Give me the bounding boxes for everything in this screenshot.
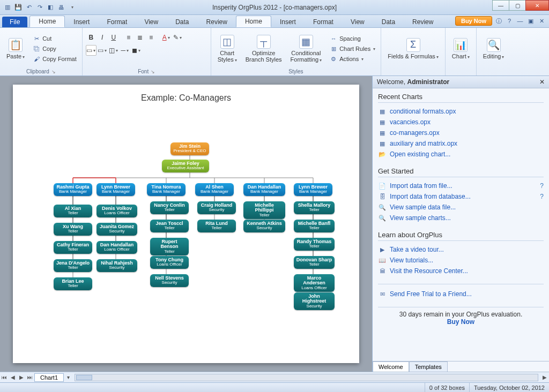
menu-icon[interactable]: ▥ <box>3 3 12 12</box>
org-node[interactable]: Brian LeeTeller <box>54 277 92 290</box>
line-style-button[interactable]: ─ <box>120 45 130 56</box>
send-trial-link[interactable]: ✉Send Free Trial to a Friend... <box>378 289 544 299</box>
help-icon[interactable]: ? <box>505 17 514 25</box>
chart-styles-button[interactable]: ◫ChartStyles <box>214 34 240 64</box>
minimize-button[interactable]: — <box>492 0 509 11</box>
org-node[interactable]: Marco AndersenLoans Officer <box>294 274 335 292</box>
get-started-link[interactable]: 🔍View sample charts... <box>378 213 544 223</box>
close-button[interactable]: ✕ <box>525 0 549 11</box>
info-icon[interactable]: ⓘ <box>494 17 503 25</box>
sheet-first-button[interactable]: ⏮ <box>0 374 9 380</box>
scroll-right-button[interactable]: ▶ <box>540 374 549 380</box>
tab-review[interactable]: Review <box>198 17 236 27</box>
horizontal-scrollbar[interactable] <box>75 374 538 381</box>
sheet-last-button[interactable]: ⏭ <box>26 374 34 380</box>
org-node[interactable]: Craig HollandSecurity <box>197 201 236 214</box>
org-node[interactable]: Tina NomuraBank Manager <box>147 183 186 196</box>
optimize-branch-button[interactable]: ┬OptimizeBranch Styles <box>242 34 285 64</box>
org-node[interactable]: Jena D'AngeloTeller <box>54 259 92 272</box>
get-started-link[interactable]: 🗄Import data from database...? <box>378 191 544 202</box>
learn-link[interactable]: ▶Take a video tour... <box>378 244 544 255</box>
learn-link[interactable]: 🏛Visit the Resource Center... <box>378 266 544 276</box>
mdi-restore-icon[interactable]: ▣ <box>526 17 535 25</box>
org-node[interactable]: Juanita GomezSecurity <box>97 223 137 236</box>
fields-formulas-button[interactable]: ΣFields & Formulas <box>384 37 442 61</box>
org-node[interactable]: Nell StevensSecurity <box>150 274 189 287</box>
clipboard-launcher[interactable]: ↘ <box>51 69 56 74</box>
tab-insert[interactable]: Insert <box>271 17 305 27</box>
copy-button[interactable]: ⿻Copy <box>30 44 79 54</box>
qat-more-icon[interactable] <box>68 3 76 12</box>
tab-view[interactable]: View <box>136 17 167 27</box>
panel-close-icon[interactable]: ✕ <box>539 78 545 86</box>
help-icon[interactable]: ? <box>540 182 544 190</box>
chart-rules-button[interactable]: ⊞Chart Rules <box>327 44 377 54</box>
recent-chart-link[interactable]: ▦conditional formats.opx <box>378 106 544 117</box>
bold-button[interactable]: B <box>86 32 97 43</box>
org-node[interactable]: Jean ToscclTeller <box>150 220 189 232</box>
org-node[interactable]: Jaime FoleyExecutive Assistant <box>162 160 209 172</box>
undo-icon[interactable]: ↶ <box>25 3 33 12</box>
get-started-link[interactable]: 📄Import data from file...? <box>378 180 544 191</box>
tab-review[interactable]: Review <box>404 17 442 27</box>
org-node[interactable]: John HighstreetSecurity <box>294 292 335 310</box>
italic-button[interactable]: I <box>97 32 108 43</box>
org-node[interactable]: Dan HandallanBank Manager <box>243 183 285 196</box>
print-icon[interactable]: 🖶 <box>57 3 65 12</box>
sheet-next-button[interactable]: ▶ <box>17 374 26 380</box>
eval-buy-now-link[interactable]: Buy Now <box>447 318 474 326</box>
sheet-prev-button[interactable]: ◀ <box>9 374 17 380</box>
font-launcher[interactable]: ↘ <box>151 69 155 74</box>
actions-button[interactable]: ⚙Actions <box>327 54 377 64</box>
org-node[interactable]: Al XianTeller <box>54 205 92 217</box>
save-icon[interactable]: 💾 <box>14 3 23 12</box>
tab-data[interactable]: Data <box>373 17 404 27</box>
org-node[interactable]: Randy ThomasTeller <box>294 238 335 251</box>
tab-home[interactable]: Home <box>236 16 271 27</box>
recent-chart-link[interactable]: ▦auxiliary and matrix.opx <box>378 138 544 149</box>
org-node[interactable]: Tony ChungLoans Officer <box>150 256 189 269</box>
tab-home[interactable]: Home <box>29 16 65 27</box>
org-node[interactable]: Lynn BrewerBank Manager <box>97 183 135 196</box>
copy-format-button[interactable]: 🖌Copy Format <box>30 54 79 64</box>
org-node[interactable]: Nihal RahjeshSecurity <box>97 259 137 272</box>
tab-format[interactable]: Format <box>305 17 342 27</box>
org-node[interactable]: Nancy ConlinTeller <box>150 201 189 214</box>
buy-now-button[interactable]: Buy Now <box>455 16 492 26</box>
font-color-button[interactable]: A <box>161 32 172 43</box>
org-node[interactable]: Michelle BanflTeller <box>294 220 335 232</box>
org-node[interactable]: Rupert BensonTeller <box>150 238 189 255</box>
shadow-button[interactable]: ◼ <box>131 45 142 56</box>
open-existing-link[interactable]: 📂Open existing chart... <box>378 149 544 160</box>
tab-data[interactable]: Data <box>167 17 197 27</box>
org-node[interactable]: Al ShenBank Manager <box>195 183 234 196</box>
org-node[interactable]: Kenneth AtkinsSecurity <box>243 220 285 232</box>
org-node[interactable]: Dan HandallanLoans Officer <box>97 241 137 254</box>
ribbon-minimize-icon[interactable]: — <box>516 17 524 25</box>
tab-insert[interactable]: Insert <box>65 17 98 27</box>
editing-button[interactable]: 🔍Editing <box>480 37 508 61</box>
sp-tab-welcome[interactable]: Welcome <box>373 361 409 372</box>
chart-button[interactable]: 📊Chart <box>449 37 473 61</box>
align-right-button[interactable]: ≡ <box>146 32 157 43</box>
org-node[interactable]: Rita LundTeller <box>197 220 236 232</box>
shape-style-button[interactable]: ◫ <box>108 45 119 56</box>
sheet-menu-button[interactable]: ▾ <box>64 374 72 380</box>
shape-fill-button[interactable]: ▭ <box>86 45 97 56</box>
align-left-button[interactable]: ≡ <box>123 32 134 43</box>
spacing-button[interactable]: ↔Spacing <box>327 34 377 43</box>
mdi-close-icon[interactable]: ✕ <box>537 17 546 25</box>
file-tab[interactable]: File <box>2 17 27 27</box>
org-node[interactable]: Lynn BrewerBank Manager <box>294 183 332 196</box>
tab-format[interactable]: Format <box>98 17 136 27</box>
tab-view[interactable]: View <box>342 17 373 27</box>
org-node[interactable]: Denis VolkovLoans Officer <box>97 205 137 217</box>
highlight-button[interactable]: ✎ <box>172 32 183 43</box>
get-started-link[interactable]: 🔍View sample data file... <box>378 202 544 213</box>
conditional-formatting-button[interactable]: ▦ConditionalFormatting <box>287 34 325 64</box>
recent-chart-link[interactable]: ▦co-managers.opx <box>378 127 544 138</box>
chart-page[interactable]: Example: Co-Managers Jim SteinPresident … <box>13 85 359 363</box>
help-icon[interactable]: ? <box>540 193 544 200</box>
cut-button[interactable]: ✂Cut <box>30 34 79 43</box>
org-node[interactable]: Shella MalloryTeller <box>294 201 335 214</box>
